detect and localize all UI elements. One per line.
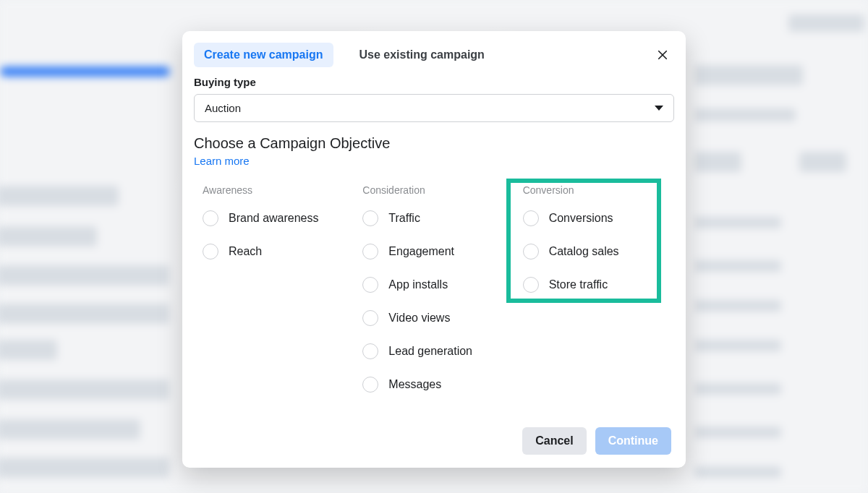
buying-type-label: Buying type [194,76,674,88]
radio-label: Messages [388,378,441,391]
chevron-down-icon [655,106,663,111]
radio-label: Traffic [388,212,420,225]
objective-columns: Awareness Brand awareness Reach Consider… [194,184,674,406]
radio-icon [203,210,218,226]
awareness-column: Awareness Brand awareness Reach [197,184,351,406]
radio-label: Reach [229,245,262,258]
radio-icon [362,310,378,326]
modal-header: Create new campaign Use existing campaig… [194,43,674,67]
objective-store-traffic[interactable]: Store traffic [517,273,671,297]
radio-icon [362,277,378,293]
radio-icon [362,244,378,260]
create-campaign-modal: Create new campaign Use existing campaig… [182,31,686,468]
modal-footer: Cancel Continue [194,406,674,468]
tab-create-new-campaign[interactable]: Create new campaign [194,43,333,67]
consideration-column: Consideration Traffic Engagement App ins… [357,184,511,406]
objective-catalog-sales[interactable]: Catalog sales [517,239,671,264]
radio-label: Store traffic [549,278,608,291]
radio-icon [203,244,218,260]
radio-label: Brand awareness [229,212,319,225]
learn-more-link[interactable]: Learn more [194,155,250,167]
radio-label: Video views [388,312,450,325]
cancel-button[interactable]: Cancel [522,427,586,455]
close-button[interactable] [651,43,674,67]
radio-label: Engagement [388,245,454,258]
radio-icon [362,210,378,226]
tab-use-existing-campaign[interactable]: Use existing campaign [349,43,495,67]
modal-tabs: Create new campaign Use existing campaig… [194,43,495,67]
objective-video-views[interactable]: Video views [357,306,511,330]
radio-label: App installs [388,278,448,291]
objective-conversions[interactable]: Conversions [517,206,671,231]
buying-type-select[interactable]: Auction [194,94,674,122]
awareness-heading: Awareness [197,184,351,196]
objective-traffic[interactable]: Traffic [357,206,511,231]
radio-label: Conversions [549,212,613,225]
conversion-heading: Conversion [517,184,671,196]
objective-lead-generation[interactable]: Lead generation [357,339,511,364]
radio-label: Lead generation [388,345,472,358]
consideration-heading: Consideration [357,184,511,196]
objective-title: Choose a Campaign Objective [194,135,674,152]
radio-icon [523,244,539,260]
objective-app-installs[interactable]: App installs [357,273,511,297]
objective-engagement[interactable]: Engagement [357,239,511,264]
objective-reach[interactable]: Reach [197,239,351,264]
conversion-column: Conversion Conversions Catalog sales Sto… [517,184,671,406]
close-icon [656,48,669,61]
buying-type-value: Auction [205,102,241,114]
objective-brand-awareness[interactable]: Brand awareness [197,206,351,231]
radio-icon [523,210,539,226]
continue-button[interactable]: Continue [595,427,671,455]
objective-messages[interactable]: Messages [357,372,511,397]
radio-icon [523,277,539,293]
radio-icon [362,343,378,359]
radio-icon [362,377,378,393]
radio-label: Catalog sales [549,245,619,258]
